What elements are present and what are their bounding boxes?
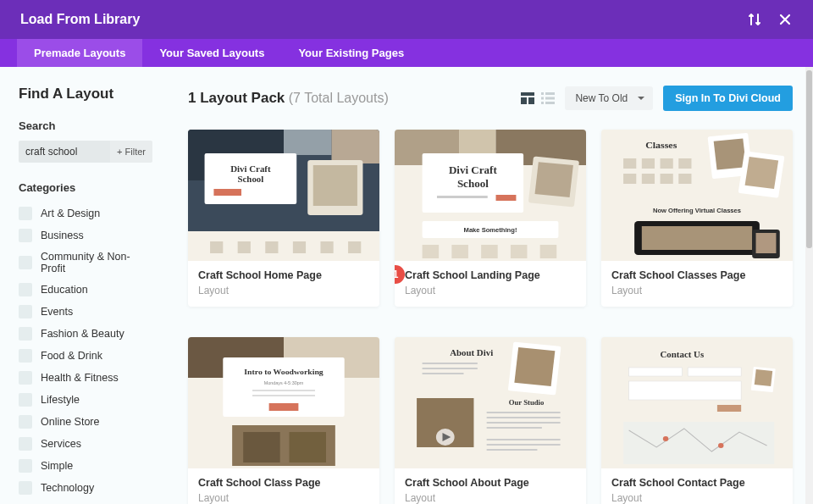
svg-rect-40 [451,245,468,258]
category-events[interactable]: Events [19,301,152,323]
svg-rect-88 [487,422,561,424]
svg-rect-3 [541,92,544,95]
close-icon[interactable] [777,12,793,27]
svg-rect-34 [496,195,517,201]
layout-card[interactable]: Intro to Woodworking Mondays 4-5:30pm Cr… [188,337,379,504]
card-body: Craft School Landing Page Layout [395,261,586,307]
category-services[interactable]: Services [19,433,152,455]
svg-rect-48 [661,158,673,169]
layout-thumbnail: Divi Craft School Make Something! [395,130,586,261]
category-online-store[interactable]: Online Store [19,411,152,433]
svg-rect-39 [423,245,440,258]
category-simple[interactable]: Simple [19,455,152,477]
search-row: + Filter [19,141,152,163]
layout-card[interactable]: Classes Now Offering Virtual Cla [601,130,793,307]
svg-rect-23 [293,241,306,253]
layout-card[interactable]: 1 Divi Craft School [395,130,586,307]
scrollbar[interactable] [805,67,813,504]
layout-card[interactable]: About Divi Our Studio [395,337,586,504]
svg-rect-4 [545,92,555,95]
sort-select[interactable]: New To Old [565,86,653,110]
svg-rect-5 [541,97,544,100]
svg-rect-91 [487,444,561,446]
svg-text:Contact Us: Contact Us [661,350,705,359]
category-art-design[interactable]: Art & Design [19,202,152,224]
layout-card[interactable]: Contact Us Craft School Contact [601,337,793,504]
checkbox-icon [19,415,32,429]
categories-list: Art & Design Business Community & Non-Pr… [19,202,152,499]
list-view-icon[interactable] [541,92,555,104]
svg-text:School: School [457,178,489,189]
svg-text:Now Offering Virtual Classes: Now Offering Virtual Classes [653,207,741,214]
svg-rect-60 [642,226,752,250]
svg-text:Intro to Woodworking: Intro to Woodworking [244,368,324,376]
checkbox-icon [19,283,32,296]
card-subtitle: Layout [405,492,576,504]
svg-rect-74 [290,432,326,462]
sidebar: Find A Layout Search + Filter Categories… [0,67,169,504]
categories-label: Categories [19,181,152,194]
layout-thumbnail: Intro to Woodworking Mondays 4-5:30pm [188,337,379,468]
signin-button[interactable]: Sign In To Divi Cloud [663,86,793,111]
category-lifestyle[interactable]: Lifestyle [19,389,152,411]
scrollbar-thumb[interactable] [806,70,812,248]
tab-saved-layouts[interactable]: Your Saved Layouts [142,39,281,67]
layout-thumbnail: About Divi Our Studio [395,337,586,468]
tabs: Premade Layouts Your Saved Layouts Your … [0,39,813,67]
svg-rect-16 [213,189,241,196]
svg-rect-96 [688,368,741,376]
svg-rect-8 [545,102,555,104]
pack-count: (7 Total Layouts) [289,91,389,105]
svg-rect-51 [642,174,655,184]
sort-select-wrap: New To Old [565,86,653,110]
tab-existing-pages[interactable]: Your Existing Pages [281,39,421,67]
svg-text:Classes: Classes [645,140,678,149]
tab-premade-layouts[interactable]: Premade Layouts [17,39,142,67]
svg-rect-79 [423,373,464,374]
svg-text:About Divi: About Divi [450,348,493,357]
content: Find A Layout Search + Filter Categories… [0,67,813,504]
checkbox-icon [19,459,32,473]
layout-card[interactable]: Divi Craft School C [188,130,379,307]
search-input[interactable] [19,141,110,163]
card-title: Craft School Contact Page [611,477,783,489]
category-fashion-beauty[interactable]: Fashion & Beauty [19,323,152,345]
svg-text:Make Something!: Make Something! [464,226,517,234]
svg-rect-18 [313,165,357,206]
card-body: Craft School Home Page Layout [188,261,379,307]
svg-rect-47 [642,158,655,169]
svg-rect-92 [487,449,538,451]
svg-rect-100 [755,369,772,386]
card-title: Craft School About Page [405,477,576,489]
svg-rect-36 [535,162,573,197]
category-business[interactable]: Business [19,224,152,246]
pack-title: 1 Layout Pack [188,90,285,106]
category-food-drink[interactable]: Food & Drink [19,345,152,367]
svg-rect-50 [623,174,636,184]
svg-text:School: School [237,174,263,184]
modal-title: Load From Library [20,12,140,27]
svg-rect-6 [545,97,555,100]
svg-rect-90 [487,439,561,440]
category-community[interactable]: Community & Non-Profit [19,246,152,279]
controls: New To Old Sign In To Divi Cloud [521,86,793,111]
category-health-fitness[interactable]: Health & Fitness [19,367,152,389]
svg-rect-41 [481,245,498,258]
svg-rect-1 [521,97,527,104]
checkbox-icon [19,256,32,269]
card-subtitle: Layout [611,285,783,296]
svg-rect-24 [320,241,333,253]
filter-button[interactable]: + Filter [110,141,152,163]
svg-text:Divi Craft: Divi Craft [449,164,498,175]
card-subtitle: Layout [198,285,369,296]
svg-rect-46 [623,158,636,169]
card-title: Craft School Home Page [198,269,369,281]
layout-thumbnail: Contact Us [601,337,793,468]
category-education[interactable]: Education [19,279,152,301]
sort-arrows-icon[interactable] [747,12,762,27]
svg-rect-78 [423,368,478,369]
grid-view-icon[interactable] [521,92,534,104]
category-technology[interactable]: Technology [19,477,152,499]
svg-rect-53 [678,174,691,184]
svg-rect-22 [265,241,278,253]
